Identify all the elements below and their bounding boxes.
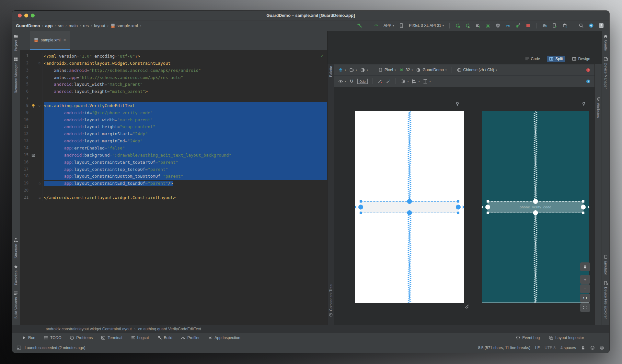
design-surface-select[interactable]: ▾ [338,68,346,72]
code-line-7[interactable]: 7 [20,95,327,102]
constraint-anchor-r[interactable] [581,204,586,209]
code-line-14[interactable]: 14 app:errorEnabled="false" [20,145,327,152]
sidebar-item-project[interactable]: Project [14,31,18,54]
profile-avatar[interactable] [598,22,605,29]
constraint-anchor-r[interactable] [456,204,461,209]
build-project-button[interactable] [356,22,363,29]
api-version-select[interactable]: 32▾ [399,68,413,72]
profiler-button[interactable] [504,22,512,29]
toolwindow-button-terminal[interactable]: Terminal [101,336,122,340]
design-canvas[interactable]: phone_verify_code + − 1:1 [334,87,594,325]
run-configuration-select[interactable]: APP▾ [383,23,395,28]
sync-gradle-button[interactable] [541,22,548,29]
issue-panel-button[interactable] [586,68,591,72]
tab-sample-xml[interactable]: <> sample.xml × [30,31,70,50]
zoom-to-fit-button[interactable] [580,303,590,312]
constraint-anchor-l[interactable] [485,204,490,209]
toolwindow-button-event-log[interactable]: Event Log [516,336,540,340]
code-line-12[interactable]: 12 android:layout_marginStart="24dp" [20,130,327,138]
sidebar-item-structure[interactable]: Structure [14,235,18,261]
feedback-frown-icon[interactable] [600,346,604,350]
code-line-1[interactable]: 1<?xml version="1.0" encoding="utf-8"?> [20,53,327,60]
canvas-resize-handle[interactable] [465,304,469,309]
attributes-tab[interactable]: Attributes [596,94,601,121]
editor-mode-split[interactable]: Split [547,56,565,62]
profile-lines-button[interactable] [474,22,481,29]
attach-debugger-button[interactable] [514,22,522,29]
breadcrumb-res[interactable]: res [83,23,89,28]
orientation-select[interactable]: ▾ [349,68,357,72]
fold-marker-icon[interactable]: ⌂ [37,180,42,187]
sidebar-item-emulator[interactable]: Emulator [604,252,608,278]
rerun-button[interactable] [454,22,461,29]
distribute-button[interactable]: ▾ [423,79,431,84]
constraint-anchor-t[interactable] [533,199,538,204]
toolwindow-button-logcat[interactable]: Logcat [131,336,149,340]
breadcrumb-main[interactable]: main [69,23,78,28]
code-line-16[interactable]: 16 app:layout_constraintStart_toStartOf=… [20,159,327,166]
device-select[interactable]: Pixel▾ [378,68,396,72]
constraint-anchor-b[interactable] [407,210,412,215]
selection-handle-br[interactable] [582,212,584,214]
line-separator-indicator[interactable]: LF [535,346,540,350]
code-editor[interactable]: ✓ 1<?xml version="1.0" encoding="utf-8"?… [20,50,327,325]
stop-button[interactable] [524,22,532,29]
caret-position[interactable]: 8:5 (571 chars, 11 line breaks) [478,346,530,350]
sidebar-item-favorites[interactable]: Favorites [14,261,18,288]
selection-handle-bl[interactable] [487,212,489,214]
breadcrumb-app[interactable]: app [45,23,52,28]
align-button[interactable]: ▾ [412,79,420,84]
pan-tool-button[interactable] [580,262,590,271]
breadcrumb-layout[interactable]: layout [94,23,105,28]
code-line-2[interactable]: 2⌂<androidx.constraintlayout.widget.Cons… [20,60,327,67]
device-icon-button[interactable] [398,22,405,29]
target-device-select[interactable]: PIXEL 3 XL API 31▾ [408,23,445,28]
tool-window-toggle-icon[interactable] [17,345,21,350]
fold-marker-icon[interactable]: ⌂ [37,60,42,67]
toolwindow-button-run[interactable]: Run [22,336,35,340]
verify-code-widget-blueprint[interactable]: phone_verify_code [488,201,583,213]
constraint-anchor-l[interactable] [358,204,363,209]
toolwindow-button-profiler[interactable]: Profiler [181,336,200,340]
default-margin-select[interactable]: 0dp [357,79,368,84]
toolwindow-button-layout-inspector[interactable]: Layout Inspector [549,336,584,340]
code-line-10[interactable]: 10 android:layout_width="match_parent" [20,116,327,124]
code-line-18[interactable]: 18 app:layout_constraintBottom_toBottomO… [20,173,327,180]
indent-indicator[interactable]: 4 spaces [560,346,576,350]
autoconnect-toggle[interactable] [349,79,354,84]
code-line-20[interactable]: 20 [20,187,327,194]
sidebar-item-device-file-explorer[interactable]: Device File Explorer [604,278,608,322]
zoom-in-button[interactable]: + [580,275,590,284]
sidebar-item-resource-manager[interactable]: Resource Manager [14,54,18,96]
editor-mode-code[interactable]: Code [523,56,543,62]
search-everywhere-button[interactable] [578,22,585,29]
xml-breadcrumb-item[interactable]: cn.authing.guard.VerifyCodeEditText [138,327,201,331]
code-line-19[interactable]: 19⌂ app:layout_constraintEnd_toEndOf="pa… [20,180,327,187]
night-mode-select[interactable]: ▾ [360,68,368,72]
code-line-8[interactable]: 8⌂<cn.authing.guard.VerifyCodeEditText [20,102,327,109]
toolwindow-button-build[interactable]: Build [157,336,173,340]
theme-select[interactable]: GuardDemo▾ [416,68,446,72]
blueprint-view-phone[interactable]: phone_verify_code [482,111,589,303]
selection-handle-br[interactable] [457,212,459,214]
palette-tab[interactable]: Palette [329,64,333,79]
device-manager-button[interactable] [551,22,558,29]
selection-handle-bl[interactable] [360,212,362,214]
code-line-3[interactable]: 3 xmlns:android="http://schemas.android.… [20,67,327,74]
toolwindow-button-problems[interactable]: Problems [70,336,93,340]
toolwindow-button-todo[interactable]: TODO [44,336,61,340]
fold-marker-icon[interactable]: ⌂ [37,194,42,201]
code-line-9[interactable]: 9 android:id="@+id/phone_verify_code" [20,109,327,116]
clear-constraints-button[interactable] [378,79,383,84]
breadcrumb-src[interactable]: src [58,23,63,28]
apply-code-changes-button[interactable]: A [464,22,471,29]
fold-marker-icon[interactable]: ⌂ [37,102,42,109]
constraint-anchor-t[interactable] [407,199,412,204]
code-line-17[interactable]: 17 app:layout_constraintTop_toTopOf="par… [20,166,327,173]
sidebar-item-build-variants[interactable]: Build Variants [14,288,18,322]
code-line-5[interactable]: 5 android:layout_width="match_parent" [20,81,327,88]
code-line-6[interactable]: 6 android:layout_height="match_parent"> [20,88,327,95]
run-coverage-button[interactable] [494,22,501,29]
code-line-15[interactable]: 15 android:background="@drawable/authing… [20,152,327,159]
selection-handle-tl[interactable] [360,200,362,203]
